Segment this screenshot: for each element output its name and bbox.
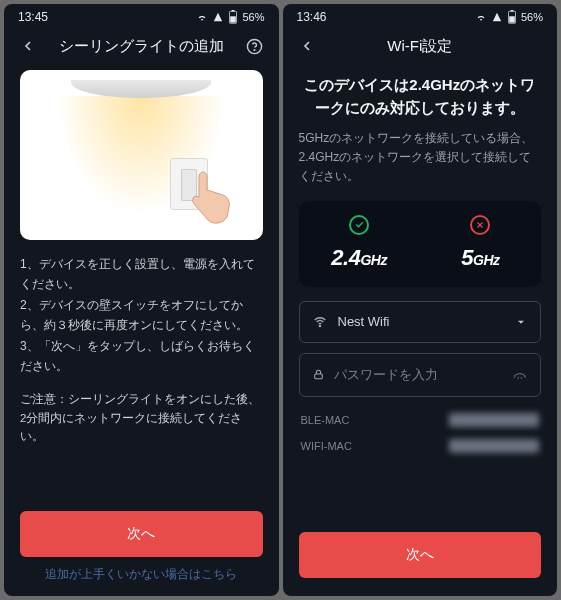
check-icon bbox=[349, 215, 369, 235]
ble-mac-label: BLE-MAC bbox=[301, 414, 350, 426]
freq-5-label: 5GHz bbox=[461, 245, 499, 271]
status-time: 13:46 bbox=[297, 10, 327, 24]
page-title: Wi-Fi設定 bbox=[317, 37, 524, 56]
svg-point-4 bbox=[254, 49, 255, 50]
wifi-password-field[interactable] bbox=[299, 353, 542, 397]
device-illustration bbox=[20, 70, 263, 240]
battery-icon bbox=[507, 10, 517, 24]
wifi-icon bbox=[196, 12, 208, 22]
freq-24-label: 2.4GHz bbox=[331, 245, 387, 271]
ble-mac-row: BLE-MAC bbox=[299, 407, 542, 433]
next-button[interactable]: 次へ bbox=[299, 532, 542, 578]
status-bar: 13:45 56% bbox=[4, 4, 279, 26]
freq-5-col: 5GHz bbox=[420, 215, 541, 271]
back-button[interactable] bbox=[297, 36, 317, 56]
ssid-value: Nest Wifi bbox=[338, 314, 505, 329]
wifi-icon bbox=[475, 12, 487, 22]
status-bar: 13:46 56% bbox=[283, 4, 558, 26]
next-button[interactable]: 次へ bbox=[20, 511, 263, 557]
battery-icon bbox=[228, 10, 238, 24]
screen-wifi-settings: 13:46 56% Wi-Fi設定 このデバイスは2.4GHzのネットワークにの… bbox=[283, 4, 558, 596]
wifi-mac-value-redacted bbox=[449, 439, 539, 453]
cross-icon bbox=[470, 215, 490, 235]
screen-add-device: 13:45 56% シーリングライトの追加 1、デバイスを正しく設置し、電源を入… bbox=[4, 4, 279, 596]
eye-hidden-icon[interactable] bbox=[512, 366, 528, 384]
note-text: ご注意：シーリングライトをオンにした後、2分間内にネットワークに接続してください… bbox=[20, 390, 263, 445]
hand-icon bbox=[173, 162, 233, 232]
wifi-mac-row: WIFI-MAC bbox=[299, 433, 542, 459]
lock-icon bbox=[312, 367, 325, 382]
content-area: 1、デバイスを正しく設置し、電源を入れてください。 2、デバイスの壁スイッチをオ… bbox=[4, 70, 279, 596]
svg-point-10 bbox=[319, 325, 320, 326]
freq-24-col: 2.4GHz bbox=[299, 215, 420, 271]
password-input[interactable] bbox=[334, 367, 502, 382]
heading-text: このデバイスは2.4GHzのネットワークにのみ対応しております。 bbox=[299, 74, 542, 119]
status-time: 13:45 bbox=[18, 10, 48, 24]
svg-rect-6 bbox=[511, 10, 514, 11]
wifi-ssid-select[interactable]: Nest Wifi bbox=[299, 301, 542, 343]
svg-rect-2 bbox=[231, 16, 237, 22]
chevron-down-icon bbox=[514, 315, 528, 329]
status-right: 56% bbox=[475, 10, 543, 24]
wifi-icon bbox=[312, 314, 328, 330]
signal-icon bbox=[212, 12, 224, 22]
help-button[interactable] bbox=[245, 36, 265, 56]
spacer bbox=[523, 36, 543, 56]
svg-rect-1 bbox=[232, 10, 235, 11]
sub-text: 5GHzのネットワークを接続している場合、2.4GHzのネットワークを選択して接… bbox=[299, 129, 542, 187]
app-bar: Wi-Fi設定 bbox=[283, 26, 558, 70]
signal-icon bbox=[491, 12, 503, 22]
frequency-panel: 2.4GHz 5GHz bbox=[299, 201, 542, 287]
battery-percent: 56% bbox=[521, 11, 543, 23]
app-bar: シーリングライトの追加 bbox=[4, 26, 279, 70]
back-button[interactable] bbox=[18, 36, 38, 56]
wifi-mac-label: WIFI-MAC bbox=[301, 440, 352, 452]
svg-rect-11 bbox=[314, 374, 322, 379]
page-title: シーリングライトの追加 bbox=[38, 37, 245, 56]
svg-rect-7 bbox=[509, 16, 515, 22]
content-area: このデバイスは2.4GHzのネットワークにのみ対応しております。 5GHzのネッ… bbox=[283, 70, 558, 596]
ble-mac-value-redacted bbox=[449, 413, 539, 427]
battery-percent: 56% bbox=[242, 11, 264, 23]
troubleshoot-link[interactable]: 追加が上手くいかない場合はこちら bbox=[20, 563, 263, 596]
instructions-text: 1、デバイスを正しく設置し、電源を入れてください。 2、デバイスの壁スイッチをオ… bbox=[20, 254, 263, 376]
status-right: 56% bbox=[196, 10, 264, 24]
